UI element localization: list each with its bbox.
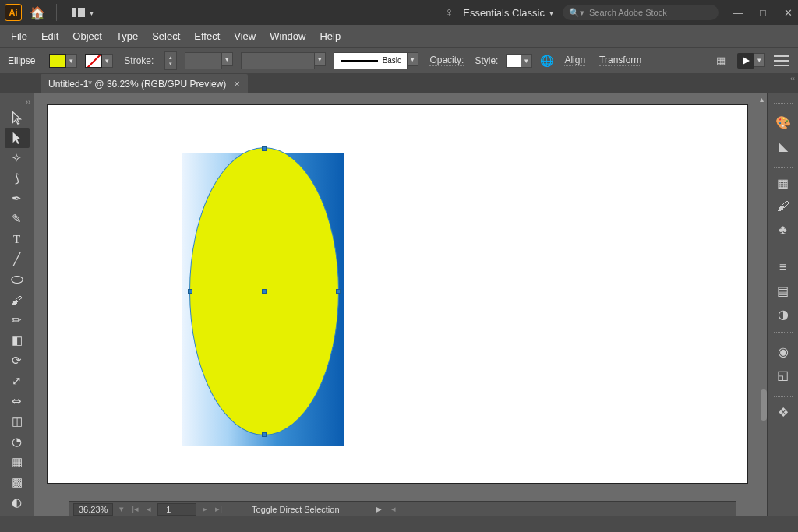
layers-panel-icon[interactable]: ❖: [772, 402, 794, 422]
type-tool[interactable]: T: [5, 229, 30, 249]
zoom-dropdown-icon[interactable]: ▾: [118, 504, 125, 514]
color-guide-panel-icon[interactable]: ◣: [772, 136, 794, 156]
fill-color-control[interactable]: ▾: [49, 54, 77, 68]
document-tab[interactable]: Untitled-1* @ 36.23% (RGB/GPU Preview) ×: [41, 74, 248, 93]
window-maximize-button[interactable]: □: [757, 7, 768, 18]
canvas-area[interactable]: ▴ 36.23% ▾ |◂ ◂ 1 ▸ ▸| Toggle Direct Sel…: [34, 93, 767, 516]
anchor-top[interactable]: [262, 146, 267, 151]
pen-tool[interactable]: ✒: [5, 188, 30, 209]
window-minimize-button[interactable]: —: [733, 7, 743, 18]
align-to-pixel-grid-icon[interactable]: ▦: [712, 52, 729, 69]
anchor-left[interactable]: [188, 289, 192, 294]
menu-view[interactable]: View: [234, 30, 256, 42]
vertical-scrollbar-thumb[interactable]: [761, 389, 767, 421]
swatches-panel-icon[interactable]: ▦: [772, 173, 794, 193]
status-hint: Toggle Direct Selection: [252, 505, 340, 514]
document-tab-bar: Untitled-1* @ 36.23% (RGB/GPU Preview) ×: [0, 73, 798, 93]
transform-link[interactable]: Transform: [599, 55, 641, 66]
artboard-prev-icon[interactable]: ◂: [145, 504, 153, 514]
symbols-panel-icon[interactable]: ♣: [772, 220, 794, 240]
perspective-grid-tool[interactable]: ▦: [5, 452, 30, 472]
graphic-style-control[interactable]: ▾: [506, 54, 532, 68]
graphic-styles-panel-icon[interactable]: ◱: [772, 365, 794, 385]
artboard-next-icon[interactable]: ▸: [201, 504, 209, 514]
panel-grip[interactable]: [774, 248, 793, 252]
panel-grip[interactable]: [774, 393, 793, 397]
variable-width-profile[interactable]: ▾: [241, 52, 326, 69]
status-menu-icon[interactable]: ▶: [376, 505, 382, 513]
panel-grip[interactable]: [774, 103, 793, 107]
stroke-color-control[interactable]: ▾: [85, 54, 113, 68]
menu-window[interactable]: Window: [270, 30, 305, 42]
gradient-tool[interactable]: ◐: [5, 492, 30, 513]
style-label: Style:: [475, 55, 498, 66]
paintbrush-tool[interactable]: 🖌: [5, 290, 30, 310]
panel-grip[interactable]: [774, 332, 793, 336]
toolbox: ›› ✧ ⟆ ✒ ✎ T ╱ 🖌 ✏ ◧ ⟳ ⤢ ⇔ ◫ ◔ ▦ ▩ ◐: [0, 93, 34, 516]
stroke-panel-icon[interactable]: ≡: [772, 257, 794, 277]
eraser-tool[interactable]: ◧: [5, 330, 30, 351]
recolor-artwork-icon[interactable]: 🌐: [540, 55, 553, 67]
rotate-tool[interactable]: ⟳: [5, 351, 30, 371]
scroll-up-icon[interactable]: ▴: [760, 95, 764, 104]
selected-shape-label: Ellipse: [8, 55, 35, 66]
appearance-panel-icon[interactable]: ◉: [772, 341, 794, 361]
brush-definition[interactable]: Basic ▾: [334, 52, 418, 69]
selection-tool[interactable]: [5, 107, 30, 128]
artboard-first-icon[interactable]: |◂: [130, 504, 140, 514]
menu-help[interactable]: Help: [320, 30, 341, 42]
menu-file[interactable]: File: [11, 30, 27, 42]
window-close-button[interactable]: ✕: [782, 7, 793, 18]
hscroll-left-icon[interactable]: ◂: [390, 504, 397, 514]
chevron-down-icon: ▾: [66, 54, 77, 68]
menu-type[interactable]: Type: [116, 30, 138, 42]
scale-tool[interactable]: ⤢: [5, 371, 30, 391]
close-tab-icon[interactable]: ×: [234, 78, 240, 90]
zoom-level-field[interactable]: 36.23%: [73, 503, 113, 516]
discover-icon[interactable]: ♀: [444, 5, 454, 19]
menu-effect[interactable]: Effect: [194, 30, 220, 42]
color-panel-icon[interactable]: 🎨: [772, 112, 794, 132]
brushes-panel-icon[interactable]: 🖌: [772, 196, 794, 217]
direct-selection-tool[interactable]: [5, 128, 30, 148]
artboard-last-icon[interactable]: ▸|: [214, 504, 224, 514]
home-icon[interactable]: 🏠: [30, 5, 45, 20]
panel-menu-button[interactable]: [773, 52, 790, 69]
stroke-weight-field[interactable]: ▾: [185, 52, 233, 69]
menu-edit[interactable]: Edit: [41, 30, 58, 42]
anchor-center[interactable]: [262, 289, 267, 294]
anchor-bottom[interactable]: [262, 432, 267, 437]
chevron-down-icon: ▾: [549, 9, 553, 17]
workspace-label: Essentials Classic: [463, 7, 545, 19]
artboard: [47, 104, 748, 484]
width-tool[interactable]: ⇔: [5, 391, 30, 411]
rectangle-tool[interactable]: [5, 270, 30, 290]
stroke-weight-stepper[interactable]: ▴▾: [164, 51, 177, 70]
separator: [56, 4, 57, 21]
panel-grip[interactable]: [774, 164, 793, 168]
gradient-panel-icon[interactable]: ▤: [772, 280, 794, 301]
search-stock-input[interactable]: 🔍▾ Search Adobe Stock: [563, 5, 719, 20]
curvature-tool[interactable]: ✎: [5, 209, 30, 229]
blob-brush-tool[interactable]: ✏: [5, 310, 30, 330]
free-transform-tool[interactable]: ◫: [5, 411, 30, 432]
workspace-switcher[interactable]: Essentials Classic ▾: [463, 7, 553, 19]
transparency-panel-icon[interactable]: ◑: [772, 304, 794, 324]
menu-select[interactable]: Select: [152, 30, 180, 42]
panel-collapse-icon[interactable]: ‹‹: [790, 75, 795, 83]
opacity-link[interactable]: Opacity:: [429, 55, 464, 66]
isolate-button[interactable]: ▾: [737, 53, 765, 69]
magic-wand-tool[interactable]: ✧: [5, 148, 30, 168]
search-placeholder: Search Adobe Stock: [589, 8, 667, 17]
anchor-right[interactable]: [336, 289, 341, 294]
align-link[interactable]: Align: [564, 55, 585, 66]
toolbox-collapse-icon[interactable]: ››: [0, 97, 34, 107]
menu-object[interactable]: Object: [72, 30, 102, 42]
chevron-down-icon: ▾: [90, 9, 94, 17]
shape-builder-tool[interactable]: ◔: [5, 432, 30, 452]
arrange-documents-button[interactable]: ▾: [68, 6, 98, 19]
lasso-tool[interactable]: ⟆: [5, 168, 30, 188]
artboard-number-field[interactable]: 1: [157, 503, 196, 516]
mesh-tool[interactable]: ▩: [5, 472, 30, 492]
line-segment-tool[interactable]: ╱: [5, 249, 30, 270]
